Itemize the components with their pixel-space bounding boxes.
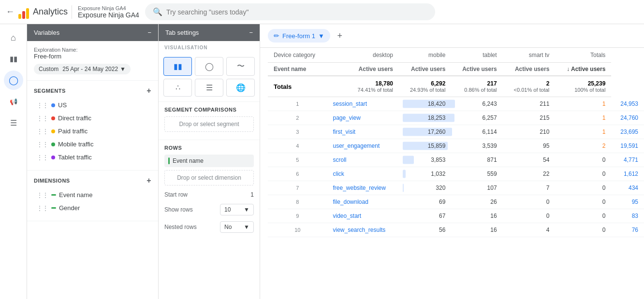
table-viz-button[interactable]: ▮▮ [163, 57, 192, 76]
add-segment-button[interactable]: + [146, 86, 151, 95]
row-event-name[interactable]: view_search_results [327, 223, 399, 237]
dimensions-title: DIMENSIONS + [34, 176, 151, 185]
start-row-field: Start row 1 [164, 188, 254, 201]
segment-mobile-traffic[interactable]: ⋮⋮ Mobile traffic [34, 138, 151, 150]
totals-smarttv: 2<0.01% of total [503, 76, 556, 97]
row-dimension-chip[interactable]: Event name [164, 155, 254, 167]
row-desktop: 18,253 [399, 111, 451, 125]
segment-paid-traffic[interactable]: ⋮⋮ Paid traffic [34, 125, 151, 137]
metric-header-row: Event name Active users Active users Act… [268, 63, 644, 76]
segment-us[interactable]: ⋮⋮ US [34, 99, 151, 111]
row-total: 1,612 [611, 167, 644, 181]
table-row: 7 free_website_review 320 107 7 0 434 [268, 181, 644, 195]
row-event-name[interactable]: file_download [327, 195, 399, 209]
add-dimension-button[interactable]: + [146, 176, 151, 185]
row-smarttv: 1 [555, 111, 611, 125]
search-bar[interactable]: 🔍 [145, 3, 435, 20]
side-nav: ⌂ ▮▮ ◯ 📢 ☰ [0, 24, 27, 299]
totals-metric-header active[interactable]: ↓ Active users [555, 63, 611, 76]
segment-tablet-traffic[interactable]: ⋮⋮ Tablet traffic [34, 151, 151, 163]
row-event-name[interactable]: free_website_review [327, 181, 399, 195]
smarttv-metric-header: Active users [503, 63, 556, 76]
row-smarttv: 0 [555, 153, 611, 167]
totals-col-header: Totals [555, 48, 611, 63]
variables-title: Variables [34, 29, 59, 36]
row-smarttv: 0 [555, 195, 611, 209]
table-body: Totals 18,78074.41% of total 6,29224.93%… [268, 76, 644, 237]
show-rows-value: 10 [224, 206, 231, 213]
row-event-name[interactable]: page_view [327, 111, 399, 125]
table-row: 1 session_start 18,420 6,243 211 1 24,95… [268, 97, 644, 111]
add-tab-button[interactable]: + [332, 28, 348, 43]
start-row-value: 1 [250, 191, 254, 198]
show-rows-label: Show rows [164, 206, 193, 213]
dimension-line [51, 194, 56, 196]
donut-viz-button[interactable]: ◯ [195, 57, 223, 76]
row-desktop: 67 [399, 209, 451, 223]
scatter-viz-button[interactable]: ∴ [163, 79, 192, 97]
dimension-label: Gender [59, 204, 80, 212]
viz-grid: ▮▮ ◯ 〜 ∴ ☰ 🌐 [159, 52, 260, 101]
search-icon: 🔍 [153, 7, 162, 16]
row-tablet: 211 [503, 97, 556, 111]
nav-explore[interactable]: ◯ [4, 71, 23, 90]
globe-viz-button[interactable]: 🌐 [226, 79, 255, 97]
show-rows-dropdown[interactable]: 10 ▼ [220, 204, 254, 215]
nav-home[interactable]: ⌂ [4, 28, 23, 47]
dimensions-section: DIMENSIONS + ⋮⋮ Event name ⋮⋮ Gender [27, 171, 158, 221]
drag-handle-icon: ⋮⋮ [37, 192, 48, 199]
dimension-gender[interactable]: ⋮⋮ Gender [34, 202, 151, 214]
back-button[interactable]: ← [6, 7, 15, 17]
freeform-tab[interactable]: ✏ Free-form 1 ▼ [268, 29, 330, 43]
search-input[interactable] [166, 8, 427, 16]
nested-rows-dropdown[interactable]: No ▼ [220, 221, 254, 233]
row-tablet: 210 [503, 125, 556, 139]
table-row: 8 file_download 69 26 0 0 95 [268, 195, 644, 209]
row-dimension-label: Event name [173, 157, 204, 164]
desktop-col-header: desktop [327, 48, 399, 63]
exploration-label: Exploration Name: [34, 47, 151, 53]
line-viz-button[interactable]: 〜 [226, 57, 255, 76]
date-range-chip[interactable]: Custom 25 Apr - 24 May 2022 ▼ [34, 64, 131, 74]
row-rank: 5 [268, 153, 327, 167]
rows-label: ROWS [164, 145, 254, 151]
table-row: 5 scroll 3,853 871 54 0 4,771 [268, 153, 644, 167]
row-mobile: 871 [451, 153, 502, 167]
main-layout: ⌂ ▮▮ ◯ 📢 ☰ Variables − Exploration Name:… [0, 24, 644, 299]
chevron-down-icon: ▼ [244, 224, 249, 230]
segment-color-dot [51, 103, 55, 107]
totals-tablet: 2170.86% of total [451, 76, 502, 97]
row-event-name[interactable]: session_start [327, 97, 399, 111]
row-event-name[interactable]: video_start [327, 209, 399, 223]
row-event-name[interactable]: user_engagement [327, 139, 399, 153]
drop-dimension-zone[interactable]: Drop or select dimension [164, 170, 254, 185]
tab-settings-minimize[interactable]: − [249, 29, 253, 36]
row-tablet: 22 [503, 167, 556, 181]
data-table: Device category desktop mobile tablet sm… [268, 48, 644, 237]
variables-minimize[interactable]: − [147, 29, 151, 36]
event-name-col-header: Device category [268, 48, 327, 63]
row-rank: 8 [268, 195, 327, 209]
segment-color-dot [51, 142, 55, 146]
dimension-event-name[interactable]: ⋮⋮ Event name [34, 189, 151, 201]
nav-advertising[interactable]: 📢 [4, 92, 23, 111]
top-bar: ← Analytics Exposure Ninja GA4 Exposure … [0, 0, 644, 24]
nav-configure[interactable]: ☰ [4, 113, 23, 132]
drop-segment-zone[interactable]: Drop or select segment [164, 116, 254, 132]
segment-direct-traffic[interactable]: ⋮⋮ Direct traffic [34, 112, 151, 124]
content-area: ✏ Free-form 1 ▼ + Device category deskto… [260, 24, 644, 299]
row-smarttv: 0 [555, 181, 611, 195]
row-event-name[interactable]: first_visit [327, 125, 399, 139]
tab-settings-title: Tab settings [165, 29, 199, 36]
row-desktop: 320 [399, 181, 451, 195]
row-total: 4,771 [611, 153, 644, 167]
row-event-name[interactable]: click [327, 167, 399, 181]
row-mobile: 6,243 [451, 97, 502, 111]
row-event-name[interactable]: scroll [327, 153, 399, 167]
totals-row: Totals 18,78074.41% of total 6,29224.93%… [268, 76, 644, 97]
drag-handle-icon: ⋮⋮ [37, 205, 48, 212]
date-chevron-icon: ▼ [120, 66, 126, 72]
nav-reports[interactable]: ▮▮ [4, 49, 23, 69]
bar-viz-button[interactable]: ☰ [195, 79, 223, 97]
row-desktop: 1,032 [399, 167, 451, 181]
